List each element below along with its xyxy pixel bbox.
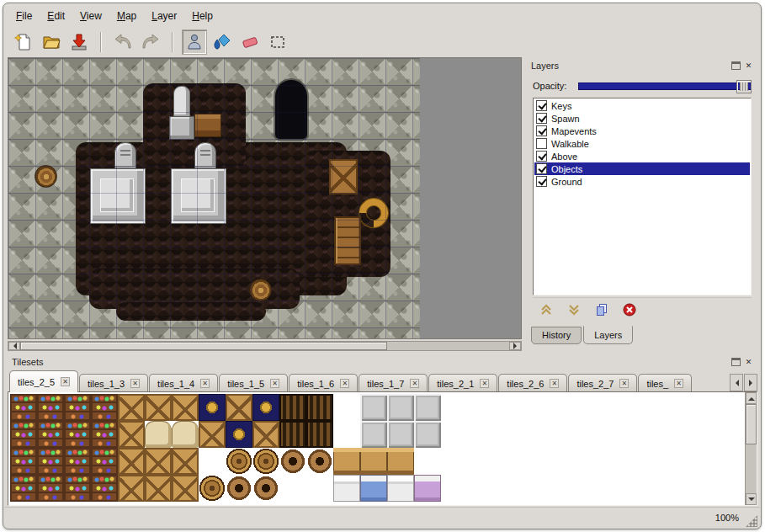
scroll-thumb[interactable] bbox=[746, 404, 757, 444]
tileset-tile[interactable] bbox=[333, 421, 360, 448]
tileset-tile[interactable] bbox=[10, 394, 37, 421]
layer-row-ground[interactable]: Ground bbox=[534, 175, 750, 188]
tileset-tile[interactable] bbox=[145, 394, 172, 421]
place-object-tool-button[interactable] bbox=[182, 29, 207, 55]
tileset-tile[interactable] bbox=[91, 421, 118, 448]
tileset-tile[interactable] bbox=[199, 394, 226, 421]
map-canvas[interactable] bbox=[8, 57, 522, 339]
tileset-tab-tiles_2_5[interactable]: tiles_2_5 bbox=[9, 370, 78, 392]
close-panel-icon[interactable] bbox=[744, 61, 753, 71]
tileset-tile[interactable] bbox=[37, 394, 64, 421]
tileset-tile[interactable] bbox=[10, 448, 37, 475]
scroll-up-button[interactable] bbox=[746, 392, 757, 404]
layer-row-mapevents[interactable]: Mapevents bbox=[534, 125, 750, 137]
tileset-tab-tiles_1_5[interactable]: tiles_1_5 bbox=[219, 374, 288, 392]
tileset-tab-tiles_1_6[interactable]: tiles_1_6 bbox=[289, 374, 358, 392]
scroll-track[interactable] bbox=[746, 404, 757, 493]
tileset-tile[interactable] bbox=[64, 448, 91, 475]
layer-visibility-checkbox[interactable] bbox=[536, 163, 547, 174]
layer-visibility-checkbox[interactable] bbox=[536, 176, 547, 187]
tileset-tile[interactable] bbox=[10, 475, 37, 502]
eraser-tool-button[interactable] bbox=[237, 29, 263, 55]
tileset-tile[interactable] bbox=[145, 421, 172, 448]
tileset-tile[interactable] bbox=[199, 448, 226, 475]
tileset-tile[interactable] bbox=[64, 421, 91, 448]
tileset-tile[interactable] bbox=[306, 475, 333, 502]
tileset-tile[interactable] bbox=[252, 421, 279, 448]
layer-row-walkable[interactable]: Walkable bbox=[534, 137, 750, 150]
scroll-left-button[interactable] bbox=[8, 342, 20, 350]
tileset-tile[interactable] bbox=[64, 475, 91, 502]
scroll-down-button[interactable] bbox=[746, 493, 757, 505]
delete-layer-button[interactable] bbox=[619, 301, 640, 319]
close-tab-icon[interactable] bbox=[410, 379, 419, 388]
close-tab-icon[interactable] bbox=[61, 377, 70, 386]
tileset-tab-tiles_2_7[interactable]: tiles_2_7 bbox=[568, 374, 637, 392]
menu-edit[interactable]: Edit bbox=[40, 7, 72, 25]
menu-help[interactable]: Help bbox=[185, 7, 220, 25]
open-button[interactable] bbox=[39, 29, 64, 55]
tileset-tile[interactable] bbox=[199, 421, 226, 448]
tileset-tile[interactable] bbox=[91, 448, 118, 475]
close-tab-icon[interactable] bbox=[200, 379, 210, 388]
layer-visibility-checkbox[interactable] bbox=[536, 151, 547, 162]
select-tool-button[interactable] bbox=[265, 29, 290, 55]
tileset-tile[interactable] bbox=[226, 394, 252, 421]
tileset-tile[interactable] bbox=[306, 394, 333, 421]
tileset-vertical-scrollbar[interactable] bbox=[745, 392, 757, 505]
tileset-tile[interactable] bbox=[199, 475, 226, 502]
tileset-tile[interactable] bbox=[279, 448, 306, 475]
menu-view[interactable]: View bbox=[73, 7, 109, 25]
duplicate-layer-button[interactable] bbox=[592, 301, 612, 319]
tileset-tile[interactable] bbox=[414, 475, 441, 502]
close-tab-icon[interactable] bbox=[550, 379, 559, 388]
close-tab-icon[interactable] bbox=[480, 379, 489, 388]
tileset-tile[interactable] bbox=[387, 394, 414, 421]
tileset-tab-tiles_[interactable]: tiles_ bbox=[638, 374, 692, 392]
tileset-tile[interactable] bbox=[10, 421, 37, 448]
close-panel-icon[interactable] bbox=[744, 358, 753, 367]
opacity-slider[interactable] bbox=[578, 82, 752, 90]
tabs-scroll-right-button[interactable] bbox=[744, 374, 757, 391]
new-button[interactable] bbox=[11, 29, 36, 55]
layer-row-above[interactable]: Above bbox=[534, 150, 750, 162]
tileset-tile[interactable] bbox=[414, 448, 441, 475]
dock-tab-layers[interactable]: Layers bbox=[583, 326, 633, 344]
tileset-tile[interactable] bbox=[360, 394, 387, 421]
layer-row-objects[interactable]: Objects bbox=[534, 162, 750, 175]
tileset-tile[interactable] bbox=[414, 421, 441, 448]
tileset-tile[interactable] bbox=[333, 475, 360, 502]
layer-visibility-checkbox[interactable] bbox=[536, 113, 547, 124]
tileset-tile[interactable] bbox=[37, 448, 64, 475]
tileset-tab-tiles_1_4[interactable]: tiles_1_4 bbox=[149, 374, 218, 392]
tileset-tile[interactable] bbox=[387, 421, 414, 448]
tileset-tile[interactable] bbox=[414, 394, 441, 421]
scroll-track[interactable] bbox=[20, 342, 509, 350]
tileset-tile[interactable] bbox=[37, 475, 64, 502]
raise-layer-button[interactable] bbox=[536, 301, 556, 319]
tileset-tile[interactable] bbox=[252, 394, 279, 421]
tileset-tile[interactable] bbox=[279, 475, 306, 502]
tileset-tab-tiles_1_3[interactable]: tiles_1_3 bbox=[79, 374, 148, 392]
tileset-tile[interactable] bbox=[91, 394, 118, 421]
save-button[interactable] bbox=[66, 29, 92, 55]
tileset-tile[interactable] bbox=[333, 394, 360, 421]
close-tab-icon[interactable] bbox=[674, 379, 683, 388]
tileset-tile[interactable] bbox=[226, 475, 252, 502]
scroll-thumb[interactable] bbox=[20, 342, 387, 350]
tileset-tile[interactable] bbox=[118, 394, 145, 421]
close-tab-icon[interactable] bbox=[130, 379, 140, 388]
tileset-tile[interactable] bbox=[37, 421, 64, 448]
tileset-tile[interactable] bbox=[306, 421, 333, 448]
layer-visibility-checkbox[interactable] bbox=[536, 138, 547, 149]
tileset-tile[interactable] bbox=[387, 475, 414, 502]
float-panel-icon[interactable] bbox=[731, 61, 741, 70]
tileset-grid[interactable] bbox=[10, 394, 441, 502]
tileset-tile[interactable] bbox=[64, 394, 91, 421]
tileset-tile[interactable] bbox=[333, 448, 360, 475]
tileset-tile[interactable] bbox=[387, 448, 414, 475]
tileset-tab-tiles_2_1[interactable]: tiles_2_1 bbox=[428, 374, 497, 392]
menu-map[interactable]: Map bbox=[110, 7, 143, 25]
menu-file[interactable]: File bbox=[9, 7, 39, 25]
tileset-tile[interactable] bbox=[118, 448, 145, 475]
